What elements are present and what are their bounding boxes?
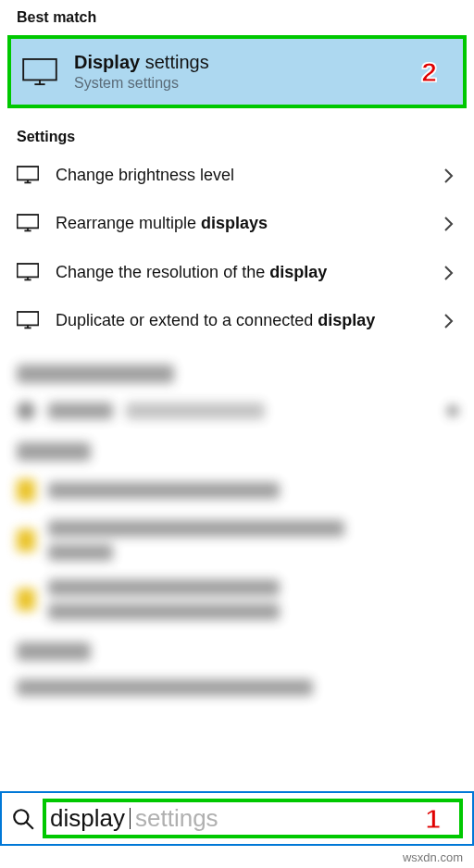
section-settings-header: Settings xyxy=(0,119,474,151)
settings-item-label: Duplicate or extend to a connected displ… xyxy=(56,309,428,331)
step-badge-2: 2 xyxy=(421,56,437,88)
best-match-result[interactable]: Display settings System settings 2 xyxy=(7,35,467,108)
chevron-right-icon xyxy=(444,266,457,279)
monitor-icon xyxy=(22,58,57,86)
best-match-subtitle: System settings xyxy=(74,75,209,92)
chevron-right-icon xyxy=(444,314,457,327)
search-icon xyxy=(11,807,35,831)
step-badge-1: 1 xyxy=(425,803,441,835)
blurred-content xyxy=(0,352,474,705)
svg-rect-3 xyxy=(18,167,39,180)
settings-item-label: Change the resolution of the display xyxy=(56,261,428,283)
svg-rect-12 xyxy=(18,312,39,325)
monitor-icon xyxy=(17,311,39,329)
settings-item-3[interactable]: Duplicate or extend to a connected displ… xyxy=(0,296,474,344)
monitor-icon xyxy=(17,263,39,281)
search-input[interactable] xyxy=(50,804,454,833)
monitor-icon xyxy=(17,166,39,184)
svg-line-16 xyxy=(26,822,33,829)
best-match-title: Display settings xyxy=(74,52,209,73)
watermark: wsxdn.com xyxy=(403,850,463,864)
search-bar[interactable]: settings 1 xyxy=(0,791,474,846)
settings-item-label: Change brightness level xyxy=(56,164,428,186)
chevron-right-icon xyxy=(444,168,457,181)
settings-item-1[interactable]: Rearrange multiple displays xyxy=(0,199,474,247)
svg-rect-9 xyxy=(18,264,39,277)
settings-item-label: Rearrange multiple displays xyxy=(56,212,428,234)
settings-item-2[interactable]: Change the resolution of the display xyxy=(0,248,474,296)
monitor-icon xyxy=(17,214,39,232)
svg-rect-0 xyxy=(23,58,56,80)
svg-rect-6 xyxy=(18,215,39,228)
svg-point-15 xyxy=(14,810,28,824)
section-best-match-header: Best match xyxy=(0,0,474,31)
settings-item-0[interactable]: Change brightness level xyxy=(0,151,474,199)
chevron-right-icon xyxy=(444,217,457,229)
